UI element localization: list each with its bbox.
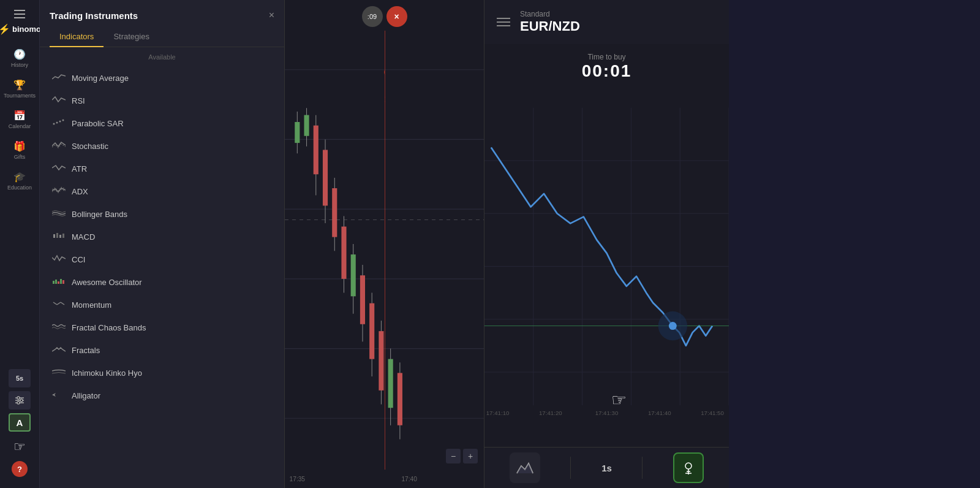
indicator-alligator-label: Alligator <box>72 391 100 400</box>
indicator-cci-label: CCI <box>72 255 85 264</box>
svg-line-20 <box>57 302 61 305</box>
indicator-rsi-label: RSI <box>72 96 85 105</box>
sidebar-item-history[interactable]: 🕐 History <box>0 44 39 73</box>
indicator-moving-average[interactable]: Moving Average <box>40 67 284 90</box>
svg-rect-13 <box>62 234 64 238</box>
sidebar: ⚡ binomo 🕐 History 🏆 Tournaments 📅 Calen… <box>0 0 40 488</box>
tabs-row: Indicators Strategies <box>40 27 284 47</box>
time-button[interactable]: 5s <box>9 369 31 387</box>
tools-active-button[interactable] <box>673 452 704 483</box>
right-hamburger-icon[interactable] <box>497 18 510 26</box>
sidebar-nav: 🕐 History 🏆 Tournaments 📅 Calendar 🎁 Gif… <box>0 44 39 196</box>
svg-rect-11 <box>56 233 58 238</box>
svg-point-67 <box>669 322 677 330</box>
svg-rect-34 <box>314 126 318 175</box>
svg-point-4 <box>20 399 23 402</box>
cci-icon <box>52 254 66 265</box>
rsi-icon <box>52 96 66 106</box>
logo-text: binomo <box>12 25 41 34</box>
indicator-stochastic-label: Stochastic <box>72 142 108 151</box>
svg-marker-22 <box>52 393 56 397</box>
divider <box>570 457 571 479</box>
bollinger-bands-icon <box>52 209 66 219</box>
trophy-icon: 🏆 <box>13 79 26 91</box>
sidebar-item-tournaments[interactable]: 🏆 Tournaments <box>0 74 39 104</box>
svg-rect-40 <box>341 227 346 279</box>
indicators-button[interactable]: A <box>9 413 31 432</box>
right-currency: EUR/NZD <box>520 18 580 34</box>
zoom-out-button[interactable]: − <box>446 449 461 463</box>
cursor-hand-icon: ☞ <box>611 390 627 410</box>
atr-icon <box>52 164 66 174</box>
indicator-rsi[interactable]: RSI <box>40 90 284 112</box>
parabolic-sar-icon <box>52 118 66 129</box>
svg-rect-18 <box>62 280 64 284</box>
cursor-icon: ☞ <box>13 439 26 455</box>
sidebar-bottom: 5s A ☞ ? <box>9 369 31 483</box>
horizontal-dashed-line <box>285 219 484 220</box>
calendar-icon: 📅 <box>13 110 26 121</box>
help-button[interactable]: ? <box>12 461 28 477</box>
indicator-ichimoku[interactable]: Ichimoku Kinko Hyo <box>40 362 284 384</box>
indicator-bollinger-bands-label: Bollinger Bands <box>72 210 127 219</box>
right-header: Standard EUR/NZD <box>484 0 729 44</box>
sidebar-item-calendar-label: Calendar <box>9 123 31 129</box>
svg-text:17:40: 17:40 <box>401 475 417 482</box>
momentum-icon <box>52 300 66 310</box>
sidebar-item-history-label: History <box>11 62 28 68</box>
close-timer-button[interactable]: × <box>386 6 407 27</box>
right-chart: 17:41:10 17:41:20 17:41:30 17:41:40 17:4… <box>484 86 729 447</box>
indicator-awesome-oscillator[interactable]: Awesome Oscillator <box>40 271 284 294</box>
svg-rect-10 <box>53 234 55 238</box>
panel-title: Trading Instruments <box>50 10 138 21</box>
indicators-icon: A <box>17 417 23 428</box>
svg-rect-46 <box>369 303 374 359</box>
chart-timer-area: :09 × <box>362 6 407 27</box>
chart-area: :09 × Time remaining <box>285 0 484 488</box>
fractal-chaos-bands-icon <box>52 322 66 333</box>
svg-point-9 <box>62 120 64 121</box>
indicator-momentum[interactable]: Momentum <box>40 294 284 316</box>
indicator-adx-label: ADX <box>72 187 88 196</box>
sidebar-item-calendar[interactable]: 📅 Calendar <box>0 105 39 134</box>
indicator-adx[interactable]: ADX <box>40 180 284 203</box>
indicator-fractal-chaos-bands[interactable]: Fractal Chaos Bands <box>40 316 284 339</box>
time-remaining-label: Time remaining <box>384 31 409 470</box>
indicator-stochastic[interactable]: Stochastic <box>40 135 284 158</box>
tab-strategies[interactable]: Strategies <box>104 27 159 47</box>
tab-indicators[interactable]: Indicators <box>50 27 104 47</box>
indicator-ichimoku-label: Ichimoku Kinko Hyo <box>72 368 142 378</box>
zoom-in-button[interactable]: + <box>463 449 478 463</box>
indicator-cci[interactable]: CCI <box>40 248 284 271</box>
indicator-parabolic-sar-label: Parabolic SAR <box>72 119 124 128</box>
indicator-bollinger-bands[interactable]: Bollinger Bands <box>40 203 284 226</box>
indicator-fractals[interactable]: Fractals <box>40 339 284 362</box>
hamburger-icon[interactable] <box>14 10 25 18</box>
indicator-atr[interactable]: ATR <box>40 158 284 180</box>
macd-icon <box>52 232 66 242</box>
right-chart-svg: 17:41:10 17:41:20 17:41:30 17:41:40 17:4… <box>484 86 729 447</box>
indicator-alligator[interactable]: Alligator <box>40 384 284 407</box>
svg-rect-32 <box>304 115 309 136</box>
indicator-macd[interactable]: MACD <box>40 226 284 248</box>
sidebar-item-gifts[interactable]: 🎁 Gifts <box>0 135 39 165</box>
history-icon: 🕐 <box>13 48 26 60</box>
chart-tools-button[interactable] <box>9 391 31 410</box>
right-panel: Standard EUR/NZD Time to buy 00:01 <box>484 0 729 488</box>
svg-rect-17 <box>60 279 62 284</box>
time-to-buy-section: Time to buy 00:01 <box>484 44 729 86</box>
close-button[interactable]: × <box>269 10 274 21</box>
chart-type-button[interactable] <box>510 452 540 483</box>
time-to-buy-label: Time to buy <box>587 53 625 61</box>
svg-line-19 <box>53 302 57 305</box>
indicator-fractals-label: Fractals <box>72 346 100 355</box>
timeframe-button[interactable]: 1s <box>601 463 612 473</box>
sidebar-item-education[interactable]: 🎓 Education <box>0 166 39 196</box>
ichimoku-icon <box>52 368 66 378</box>
svg-point-8 <box>59 121 61 123</box>
indicator-parabolic-sar[interactable]: Parabolic SAR <box>40 112 284 135</box>
svg-text:17:41:50: 17:41:50 <box>701 410 724 416</box>
svg-point-7 <box>56 122 58 124</box>
sidebar-item-gifts-label: Gifts <box>14 154 26 160</box>
svg-point-6 <box>53 123 55 125</box>
